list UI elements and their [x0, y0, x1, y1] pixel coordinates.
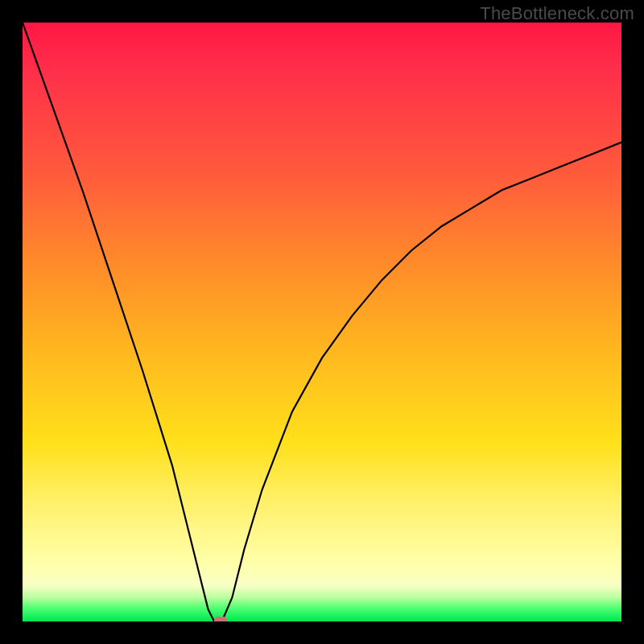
chart-frame: TheBottleneck.com: [0, 0, 644, 644]
plot-area: [23, 23, 621, 621]
minimum-marker: [214, 617, 227, 621]
bottleneck-curve: [23, 23, 621, 621]
watermark-text: TheBottleneck.com: [480, 3, 634, 24]
